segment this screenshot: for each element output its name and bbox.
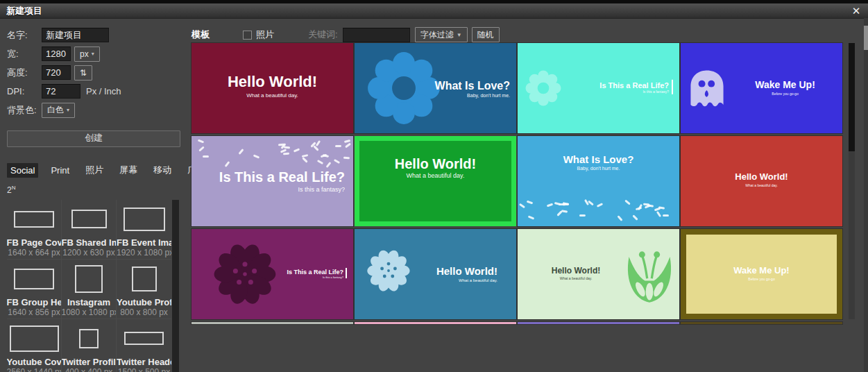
template-card-real-life-purple[interactable]: Is This a Real Life? Is this a fantasy?	[192, 229, 353, 319]
preset-fb-event-image[interactable]: FB Event Image 1920 x 1080 px	[117, 200, 171, 260]
template-title: Is This a Real Life?	[219, 169, 345, 185]
template-title: Is This a Real Life?	[599, 81, 669, 90]
template-grid-scrollbar[interactable]	[849, 43, 855, 319]
template-text: Hello World! What a beautiful day.	[359, 156, 511, 179]
template-text: What Is Love? Baby, don't hurt me.	[518, 154, 679, 171]
template-card-what-is-love-skyblue[interactable]: What Is Love? Baby, don't hurt me.	[518, 136, 679, 226]
chevron-down-icon: ▾	[92, 51, 94, 57]
preset-thumbnail	[79, 329, 99, 348]
preset-thumb-zone	[62, 260, 116, 298]
template-subtitle: Baby, don't hurt me.	[435, 93, 510, 98]
preset-fb-shared-image[interactable]: FB Shared Image 1200 x 630 px	[62, 200, 117, 260]
sakura-flower-icon	[362, 244, 415, 297]
template-card-real-life-lavender[interactable]: Is This a Real Life? Is this a fantasy?	[192, 136, 353, 226]
dpi-unit-label: Px / Inch	[86, 86, 121, 96]
font-filter-dropdown[interactable]: 字体过滤▼	[415, 27, 468, 42]
template-card-hello-world-red[interactable]: Hello World! What a beautiful day.	[681, 136, 842, 226]
background-label: 背景色:	[7, 104, 42, 117]
ghost-icon	[686, 63, 729, 109]
dialog-titlebar: 新建项目 ✕	[0, 3, 868, 19]
close-button[interactable]: ✕	[849, 4, 864, 17]
power-sup: N	[12, 185, 16, 191]
preset-name: Twitter Profile	[62, 357, 117, 367]
template-grid-scrollbar-thumb[interactable]	[849, 43, 855, 151]
template-inner: Wake Me Up! Before you go-go	[686, 235, 837, 314]
keywords-input[interactable]	[343, 28, 410, 42]
template-text: Is This a Real Life? Is this a fantasy?	[219, 169, 345, 193]
template-title: Hello World!	[359, 156, 511, 171]
height-input[interactable]	[42, 65, 71, 80]
preset-size: 1640 x 664 px	[8, 248, 60, 257]
preset-twitter-header[interactable]: Twitter Header 1500 x 500 px	[117, 319, 171, 372]
preset-thumb-zone	[7, 260, 61, 298]
template-card-wake-me-up-indigo[interactable]: Wake Me Up! Before you go-go	[681, 43, 842, 133]
width-input[interactable]	[42, 46, 71, 61]
preset-thumb-zone	[117, 319, 171, 357]
preset-thumbnail	[75, 265, 103, 293]
template-title: Wake Me Up!	[731, 80, 840, 91]
unit-dropdown[interactable]: px▾	[74, 46, 100, 62]
tab-mobile[interactable]: 移动	[150, 162, 175, 178]
power-of-two-filter[interactable]: 2N	[7, 185, 21, 195]
preset-name: Twitter Header	[117, 357, 171, 367]
page-scrollbar[interactable]	[864, 18, 868, 372]
template-card-real-life-turquoise[interactable]: Is This a Real Life? Is this a fantasy?	[518, 43, 679, 133]
template-subtitle: What a beautiful day.	[436, 278, 497, 282]
template-subtitle: Before you go-go	[731, 92, 840, 96]
preset-twitter-profile[interactable]: Twitter Profile 400 x 400 px	[62, 319, 117, 372]
create-button[interactable]: 创建	[7, 130, 180, 147]
template-subtitle: Is this a fantasy?	[219, 186, 345, 193]
dialog-title: 新建项目	[0, 5, 42, 17]
name-input[interactable]	[42, 28, 109, 42]
random-label: 随机	[477, 29, 494, 41]
preset-thumbnail	[124, 332, 164, 345]
templates-toolbar: 模板 照片 关键词: 字体过滤▼ 随机	[192, 26, 500, 43]
flower-icon	[367, 51, 441, 125]
preset-thumb-zone	[117, 260, 171, 298]
dpi-input[interactable]	[42, 84, 80, 99]
template-card-hello-world-maroon[interactable]: Hello World! What a beautiful day.	[192, 43, 353, 133]
tab-social[interactable]: Social	[7, 163, 38, 178]
preset-youtube-cover[interactable]: Youtube Cover 2560 x 1440 px	[7, 319, 62, 372]
template-title: Hello World!	[192, 74, 353, 91]
page-scrollbar-thumb[interactable]	[864, 26, 868, 50]
new-project-form-panel: 名字: 宽: px▾ 高度: ⇅ DPI: Px / Inch 背景色: 白色▾…	[0, 18, 186, 372]
preset-fb-group-header[interactable]: FB Group Header 1640 x 856 px	[7, 260, 62, 319]
preset-list-scrollbar[interactable]	[172, 200, 179, 372]
template-title: Is This a Real Life?	[287, 269, 343, 276]
template-card-hello-world-palegreen[interactable]: Hello World! What a beautiful day.	[518, 229, 679, 319]
random-button[interactable]: 随机	[472, 27, 500, 42]
next-row-template-peek[interactable]	[355, 322, 516, 324]
tab-screen[interactable]: 屏幕	[116, 162, 141, 178]
template-text: Hello World! What a beautiful day.	[192, 74, 353, 99]
tab-print[interactable]: Print	[47, 163, 73, 178]
background-color-dropdown[interactable]: 白色▾	[42, 103, 75, 118]
preset-instagram[interactable]: Instagram 1080 x 1080 px	[62, 260, 117, 319]
name-label: 名字:	[7, 29, 42, 42]
background-row: 背景色: 白色▾	[7, 103, 179, 117]
height-label: 高度:	[7, 67, 42, 79]
photos-checkbox[interactable]	[243, 31, 252, 40]
preset-size: 1080 x 1080 px	[62, 307, 117, 317]
preset-fb-page-cover[interactable]: FB Page Cover 1640 x 664 px	[7, 200, 62, 260]
tulip-icon	[621, 246, 678, 306]
next-row-template-peek[interactable]	[192, 322, 353, 324]
next-row-template-peek[interactable]	[518, 322, 679, 324]
preset-size: 2560 x 1440 px	[7, 367, 62, 372]
template-card-hello-world-teal[interactable]: Hello World! What a beautiful day.	[355, 229, 516, 319]
next-row-template-peek[interactable]	[681, 322, 842, 324]
template-subtitle: Before you go-go	[686, 276, 837, 280]
template-text: Wake Me Up! Before you go-go	[686, 266, 837, 281]
template-text: What Is Love? Baby, don't hurt me.	[435, 80, 510, 98]
template-card-wake-me-up-khaki[interactable]: Wake Me Up! Before you go-go	[681, 229, 842, 319]
template-card-hello-world-green-selected[interactable]: Hello World! What a beautiful day.	[355, 136, 516, 226]
tab-photo[interactable]: 照片	[82, 162, 107, 178]
preset-thumbnail	[10, 326, 59, 352]
swap-dimensions-button[interactable]: ⇅	[74, 65, 92, 81]
preset-youtube-profile[interactable]: Youtube Profile 800 x 800 px	[117, 260, 171, 319]
template-grid: Hello World! What a beautiful day. What …	[192, 43, 842, 324]
preset-thumbnail	[71, 210, 107, 228]
templates-label: 模板	[192, 28, 210, 41]
preset-size: 1920 x 1080 px	[117, 248, 171, 257]
template-card-what-is-love-blue[interactable]: What Is Love? Baby, don't hurt me.	[355, 43, 516, 133]
